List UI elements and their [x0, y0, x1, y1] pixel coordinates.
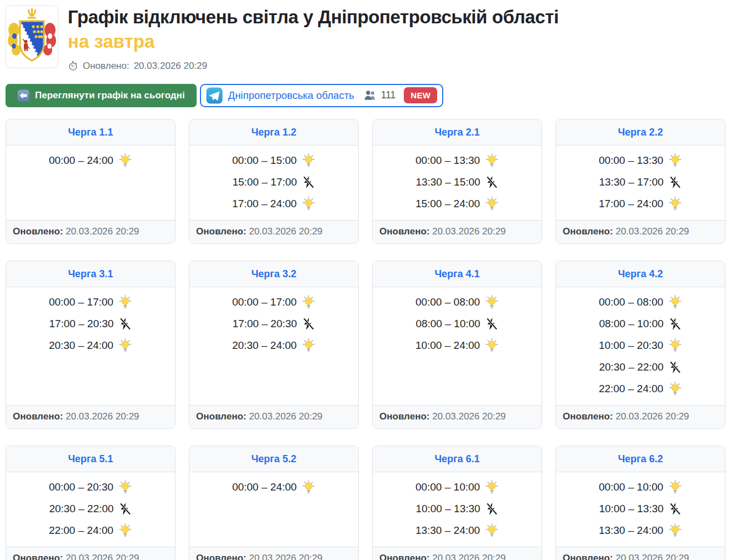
- schedule-entry: 00:00 – 08:00: [556, 291, 725, 313]
- queue-schedule: 00:00 – 20:30 20:30 – 22:00: [6, 472, 175, 547]
- queue-updated-label: Оновлено:: [13, 553, 63, 560]
- queue-updated-value: 20.03.2026 20:29: [432, 226, 505, 237]
- power-off-icon: [669, 361, 682, 374]
- time-range: 00:00 – 08:00: [415, 296, 480, 308]
- page: Графік відключень світла у Дніпропетровс…: [0, 0, 731, 560]
- queue-updated-label: Оновлено:: [196, 226, 246, 237]
- queue-schedule: 00:00 – 08:00 08:00 – 10:00: [373, 287, 542, 405]
- time-range: 17:00 – 24:00: [232, 198, 297, 210]
- queue-schedule: 00:00 – 24:00: [189, 472, 358, 547]
- queue-card-updated: Оновлено: 20.03.2026 20:29: [556, 547, 725, 560]
- queue-card-title: Черга 6.2: [556, 446, 725, 472]
- title-block: Графік відключень світла у Дніпропетровс…: [68, 6, 559, 72]
- schedule-entry: 22:00 – 24:00: [556, 378, 725, 400]
- queue-card-title: Черга 1.2: [189, 119, 358, 146]
- time-range: 13:30 – 17:00: [599, 176, 663, 188]
- power-off-icon: [485, 176, 499, 189]
- queue-card: Черга 6.2 00:00 – 10:00 10:00: [555, 446, 725, 560]
- telegram-channel-name: Дніпропетровська область: [228, 89, 354, 102]
- queue-card-updated: Оновлено: 20.03.2026 20:29: [6, 220, 175, 243]
- telegram-icon: [206, 87, 223, 104]
- queue-updated-label: Оновлено:: [13, 226, 63, 237]
- queue-updated-value: 20.03.2026 20:29: [249, 226, 322, 237]
- power-on-icon: [118, 295, 132, 309]
- schedule-entry: 00:00 – 24:00: [6, 149, 175, 172]
- queue-card: Черга 1.1 00:00 – 24:00 Он: [6, 119, 176, 244]
- schedule-entry: 15:00 – 24:00: [373, 193, 542, 215]
- schedule-entry: 00:00 – 13:30: [556, 149, 725, 172]
- schedule-entry: 10:00 – 13:30: [373, 498, 542, 519]
- queue-updated-label: Оновлено:: [563, 411, 613, 422]
- power-off-icon: [302, 317, 316, 331]
- queue-schedule: 00:00 – 10:00 10:00 – 13:30: [556, 472, 725, 547]
- power-off-icon: [485, 502, 499, 516]
- schedule-entry: 17:00 – 20:30: [189, 313, 358, 334]
- time-range: 15:00 – 24:00: [415, 198, 480, 210]
- time-range: 17:00 – 20:30: [232, 318, 297, 330]
- queue-card-title: Черга 1.1: [6, 119, 175, 146]
- power-off-icon: [669, 176, 682, 189]
- time-range: 17:00 – 20:30: [49, 318, 113, 330]
- power-on-icon: [302, 197, 316, 211]
- queue-card: Черга 6.1 00:00 – 10:00 10:00: [372, 446, 542, 560]
- schedule-entry: 17:00 – 24:00: [556, 193, 725, 215]
- queue-card-title: Черга 5.2: [189, 446, 358, 472]
- view-today-button[interactable]: Переглянути графік на сьогодні: [6, 84, 197, 107]
- queue-card: Черга 4.2 00:00 – 08:00 08:00: [555, 261, 725, 429]
- schedule-entry: 13:30 – 15:00: [373, 172, 542, 193]
- time-range: 20:30 – 24:00: [49, 339, 113, 352]
- schedule-entry: 17:00 – 24:00: [189, 193, 358, 215]
- schedule-entry: 10:00 – 20:30: [556, 334, 725, 357]
- queue-card-title: Черга 3.1: [6, 261, 175, 287]
- power-on-icon: [118, 523, 132, 538]
- queue-updated-label: Оновлено:: [13, 411, 63, 422]
- power-off-icon: [669, 502, 682, 516]
- schedule-entry: 10:00 – 13:30: [556, 498, 725, 519]
- time-range: 00:00 – 08:00: [599, 296, 663, 308]
- schedule-entry: 20:30 – 24:00: [6, 334, 175, 357]
- power-on-icon: [485, 338, 499, 353]
- power-on-icon: [302, 480, 316, 494]
- schedule-entry: 15:00 – 17:00: [189, 172, 358, 193]
- power-on-icon: [668, 382, 682, 396]
- time-range: 20:30 – 24:00: [232, 339, 297, 352]
- queue-card: Черга 2.2 00:00 – 13:30 13:30: [555, 119, 725, 244]
- power-on-icon: [668, 338, 682, 353]
- queue-card-updated: Оновлено: 20.03.2026 20:29: [556, 220, 725, 243]
- queue-schedule: 00:00 – 08:00 08:00 – 10:00: [556, 287, 725, 405]
- time-range: 15:00 – 17:00: [232, 176, 297, 188]
- time-range: 22:00 – 24:00: [49, 524, 113, 537]
- schedule-entry: 00:00 – 10:00: [556, 476, 725, 498]
- time-range: 08:00 – 10:00: [415, 318, 480, 330]
- queue-card: Черга 5.1 00:00 – 20:30 20:30: [6, 446, 176, 560]
- power-on-icon: [118, 153, 132, 168]
- time-range: 13:30 – 24:00: [599, 524, 663, 537]
- toolbar: Переглянути графік на сьогодні Дніпропет…: [6, 84, 725, 107]
- telegram-members: 111: [363, 89, 396, 101]
- queue-schedule: 00:00 – 13:30 13:30 – 17:00: [556, 146, 725, 220]
- schedule-entry: 22:00 – 24:00: [6, 519, 175, 542]
- queue-card-title: Черга 2.2: [556, 119, 725, 146]
- schedule-entry: 00:00 – 17:00: [6, 291, 175, 313]
- queue-card-title: Черга 3.2: [189, 261, 358, 287]
- time-range: 00:00 – 13:30: [599, 154, 663, 167]
- queue-card-updated: Оновлено: 20.03.2026 20:29: [189, 220, 358, 243]
- queue-updated-value: 20.03.2026 20:29: [66, 226, 139, 237]
- page-updated-value: 20.03.2026 20:29: [134, 61, 207, 72]
- queue-card: Черга 2.1 00:00 – 13:30 13:30: [372, 119, 542, 244]
- queue-card: Черга 4.1 00:00 – 08:00 08:00: [372, 261, 542, 429]
- telegram-channel-link[interactable]: Дніпропетровська область 111 NEW: [200, 84, 444, 107]
- queue-updated-value: 20.03.2026 20:29: [615, 411, 689, 422]
- power-on-icon: [485, 480, 499, 494]
- queue-updated-value: 20.03.2026 20:29: [66, 553, 139, 560]
- power-on-icon: [302, 153, 316, 168]
- schedule-entry: 20:30 – 22:00: [556, 357, 725, 378]
- queue-card-title: Черга 6.1: [373, 446, 542, 472]
- power-on-icon: [668, 480, 682, 494]
- queue-card: Черга 3.2 00:00 – 17:00 17:00: [189, 261, 359, 429]
- power-on-icon: [668, 153, 682, 168]
- schedule-entry: 00:00 – 08:00: [373, 291, 542, 313]
- time-range: 20:30 – 22:00: [49, 503, 113, 515]
- two-people-icon: [363, 90, 377, 101]
- queue-card-updated: Оновлено: 20.03.2026 20:29: [556, 405, 725, 428]
